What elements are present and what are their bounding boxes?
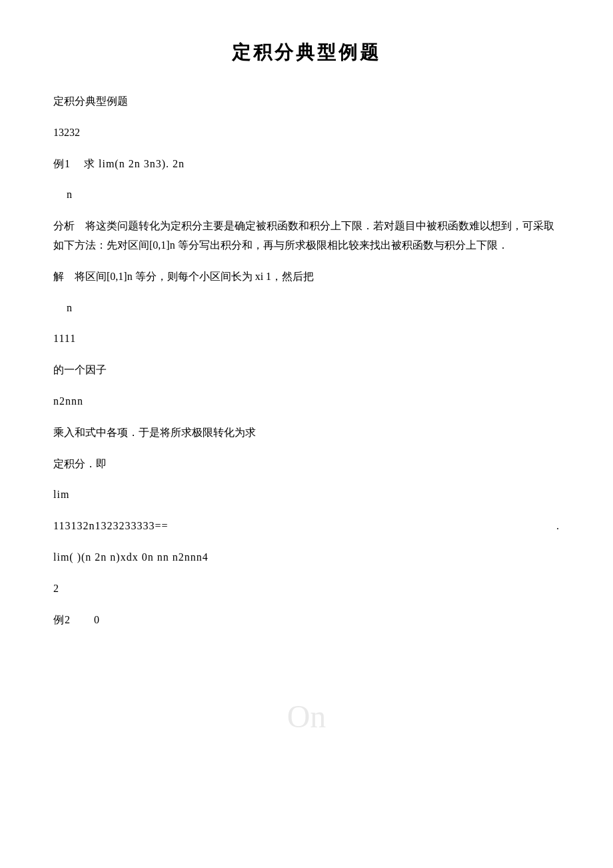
- page-title: 定积分典型例题: [53, 40, 560, 65]
- example1-solution-intro: 解 将区间[0,1]n 等分，则每个小区间长为 xi 1，然后把: [53, 267, 560, 287]
- example2-label: 例2: [53, 614, 71, 625]
- watermark: On: [287, 698, 326, 735]
- factor-text: 的一个因子: [53, 361, 560, 380]
- analysis-title: 分析: [53, 220, 75, 231]
- example1-n-label: n: [67, 185, 560, 205]
- example2-line: 例2 0: [53, 611, 560, 630]
- formula-n2nnn: n2nnn: [53, 392, 560, 411]
- step-text: 乘入和式中各项．于是将所求极限转化为求: [53, 423, 560, 443]
- example1-analysis: 分析 将这类问题转化为定积分主要是确定被积函数和积分上下限．若对题目中被积函数难…: [53, 217, 560, 255]
- solution-body: 将区间[0,1]n 等分，则每个小区间长为 xi 1，然后把: [75, 271, 314, 282]
- long-formula: 113132n1323233333==: [53, 517, 168, 536]
- result-value: 2: [53, 579, 560, 599]
- long-formula-line: 113132n1323233333== .: [53, 517, 560, 536]
- subtitle-text: 定积分典型例题: [53, 92, 560, 111]
- number-text: 13232: [53, 123, 560, 143]
- example1-problem-text: 求 lim(n 2n 3n3). 2n: [84, 158, 185, 169]
- solution-title: 解: [53, 271, 64, 282]
- analysis-body: 将这类问题转化为定积分主要是确定被积函数和积分上下限．若对题目中被积函数难以想到…: [53, 220, 554, 251]
- lim-formula: lim( )(n 2n n)xdx 0n nn n2nnn4: [53, 548, 560, 567]
- formula-dot: .: [556, 517, 560, 536]
- example2-value: 0: [94, 614, 100, 625]
- formula-1111: 1111: [53, 329, 560, 349]
- lim-label: lim: [53, 485, 560, 505]
- example1-label: 例1: [53, 158, 71, 169]
- integral-text: 定积分．即: [53, 455, 560, 474]
- example1-problem: 例1 求 lim(n 2n 3n3). 2n: [53, 155, 560, 174]
- example1-n-label2: n: [67, 299, 560, 318]
